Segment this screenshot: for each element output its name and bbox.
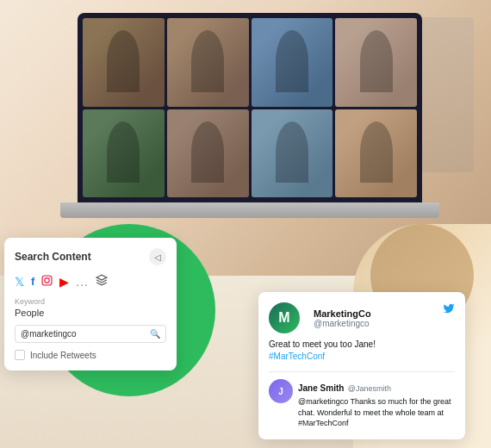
svg-point-1 (45, 277, 49, 282)
video-cell-2 (167, 18, 249, 107)
reply-name: Jane Smith (298, 383, 344, 393)
video-cell-6 (167, 109, 249, 198)
tweet-divider (269, 371, 455, 372)
tweet-header: M MarketingCo @marketingco (269, 302, 455, 333)
social-icons-row: 𝕏 f ▶ ... (15, 274, 166, 289)
tweet-avatar: M (269, 302, 300, 333)
video-cell-7 (252, 109, 333, 198)
laptop-container (78, 13, 422, 220)
twitter-icon[interactable]: 𝕏 (15, 275, 24, 289)
tweet-handle: @marketingco (314, 319, 371, 328)
tweet-card: M MarketingCo @marketingco Great to meet… (258, 292, 465, 439)
video-cell-1 (83, 18, 165, 107)
tweet-text: Great to meet you too Jane! #MarTechConf (269, 339, 455, 363)
include-retweets-checkbox[interactable] (15, 350, 25, 360)
reply-avatar: J (269, 379, 293, 403)
laptop-screen (78, 13, 422, 202)
search-input[interactable]: @marketingco (21, 329, 150, 339)
keyword-value: People (15, 308, 166, 318)
reply-handle: @Janesmith (348, 384, 391, 393)
youtube-icon[interactable]: ▶ (59, 275, 69, 289)
twitter-logo-icon (443, 302, 455, 317)
svg-marker-3 (96, 275, 107, 280)
more-icon[interactable]: ... (76, 275, 89, 289)
tweet-name: MarketingCo (314, 308, 371, 319)
include-retweets-label: Include Retweets (30, 351, 96, 360)
include-retweets-row[interactable]: Include Retweets (15, 350, 166, 360)
video-cell-4 (335, 18, 417, 107)
close-icon: ◁ (154, 252, 161, 262)
video-cell-5 (83, 109, 165, 198)
tweet-hashtag: #MarTechConf (269, 352, 325, 361)
close-button[interactable]: ◁ (149, 248, 166, 265)
panel-title: Search Content (15, 251, 91, 263)
layers-icon[interactable] (96, 274, 108, 289)
facebook-icon[interactable]: f (31, 275, 34, 288)
svg-rect-0 (42, 276, 52, 285)
search-icon: 🔍 (150, 329, 160, 339)
search-content-panel: Search Content ◁ 𝕏 f ▶ ... Keyword Peopl… (4, 238, 177, 370)
reply-tweet: J Jane Smith @Janesmith @marketingco Tha… (269, 379, 455, 429)
tweet-user-row: M MarketingCo @marketingco (269, 302, 371, 333)
svg-point-2 (49, 277, 50, 277)
panel-header: Search Content ◁ (15, 248, 166, 265)
reply-content: Jane Smith @Janesmith @marketingco Thank… (298, 379, 455, 429)
video-cell-3 (252, 18, 333, 107)
reply-text: @marketingco Thanks so much for the grea… (298, 396, 455, 429)
tweet-user-info: MarketingCo @marketingco (314, 308, 371, 328)
instagram-icon[interactable] (41, 275, 53, 289)
keyword-label: Keyword (15, 297, 166, 306)
search-input-row[interactable]: @marketingco 🔍 (15, 325, 166, 343)
video-cell-8 (335, 109, 417, 198)
